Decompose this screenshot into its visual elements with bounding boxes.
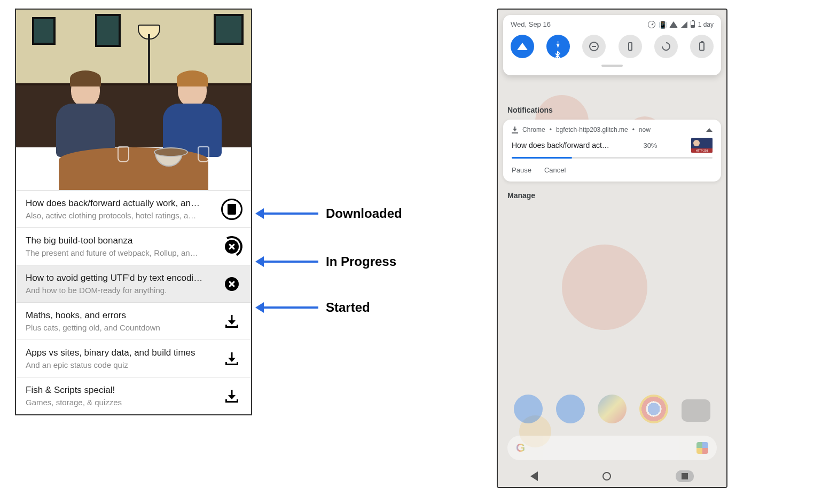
separator: • — [632, 126, 635, 133]
episode-list: How does back/forward actually work, an…… — [16, 190, 251, 414]
status-date: Wed, Sep 16 — [511, 20, 551, 28]
episode-subtitle: And an epic status code quiz — [26, 360, 215, 369]
dnd-icon — [589, 42, 599, 51]
google-search-bar[interactable]: G — [507, 436, 717, 460]
cancel-download-button[interactable] — [221, 273, 242, 295]
messages-app-icon[interactable] — [556, 395, 585, 423]
flashlight-tile[interactable] — [619, 35, 642, 58]
auto-rotate-tile[interactable] — [654, 35, 678, 58]
episode-subtitle: And how to be DOM-ready for anything. — [26, 286, 215, 295]
download-icon — [225, 352, 238, 365]
notification-title: How does back/forward act… — [512, 141, 609, 149]
episode-title: Fish & Scripts special! — [26, 385, 215, 396]
cell-signal-icon — [681, 21, 687, 28]
progress-fill — [512, 157, 572, 159]
nav-home-button[interactable] — [602, 472, 611, 481]
status-icons: 📳 1 day — [648, 21, 714, 28]
episode-subtitle: Games, storage, & quizzes — [26, 398, 215, 407]
play-store-icon[interactable] — [598, 395, 627, 423]
home-dock — [507, 390, 717, 428]
cancel-button[interactable]: Cancel — [544, 166, 566, 174]
android-phone-frame: G Wed, Sep 16 📳 1 day Notifications — [497, 9, 727, 488]
alarm-icon — [648, 21, 655, 28]
download-icon — [225, 390, 238, 403]
notification-source: bgfetch-http203.glitch.me — [556, 126, 628, 133]
notification-time: now — [639, 126, 651, 133]
cancel-download-button[interactable] — [221, 236, 242, 257]
quick-settings-row — [511, 35, 714, 58]
episode-subtitle: Plus cats, getting old, and Countdown — [26, 323, 215, 332]
notification-thumbnail — [691, 138, 713, 153]
assistant-icon[interactable] — [696, 442, 708, 454]
episode-item[interactable]: The big build-tool bonanzaThe present an… — [16, 227, 251, 265]
battery_saver-icon — [699, 42, 705, 51]
pause-button[interactable]: Pause — [512, 166, 531, 174]
episode-title: Maths, hooks, and errors — [26, 310, 215, 321]
annotation-label: In Progress — [326, 254, 396, 269]
annotation-label: Downloaded — [326, 206, 402, 221]
download-button[interactable] — [221, 311, 242, 332]
battery-text: 1 day — [698, 21, 714, 28]
episode-item[interactable]: Maths, hooks, and errorsPlus cats, getti… — [16, 302, 251, 340]
annotation-label: Started — [326, 300, 370, 315]
notification-percent: 30% — [643, 141, 657, 149]
download-button[interactable] — [221, 385, 242, 407]
vibrate-icon: 📳 — [659, 21, 666, 28]
arrow-icon — [263, 261, 318, 263]
battery-saver-tile[interactable] — [690, 35, 714, 58]
notification-app: Chrome — [522, 126, 545, 133]
cancel-icon — [225, 240, 239, 254]
notifications-header: Notifications — [507, 106, 717, 114]
episode-hero-image — [16, 10, 251, 190]
system-nav-bar — [498, 466, 726, 487]
google-logo-icon: G — [516, 441, 525, 455]
auto_rotate-icon — [660, 41, 672, 53]
episode-title: The big build-tool bonanza — [26, 235, 215, 246]
panel-drag-handle[interactable] — [601, 65, 623, 67]
do-not-disturb-tile[interactable] — [582, 35, 606, 58]
nav-recent-button[interactable] — [676, 470, 694, 482]
episode-subtitle: Also, active clothing protocols, hotel r… — [26, 211, 215, 220]
trash-icon — [221, 199, 242, 220]
arrow-icon — [263, 306, 318, 309]
battery-icon — [691, 21, 695, 28]
episode-item[interactable]: How does back/forward actually work, an…… — [16, 190, 251, 227]
download-notification[interactable]: Chrome • bgfetch-http203.glitch.me • now… — [503, 120, 721, 182]
episode-item[interactable]: Apps vs sites, binary data, and build ti… — [16, 340, 251, 377]
episode-list-panel: How does back/forward actually work, an…… — [15, 9, 252, 415]
download-button[interactable] — [221, 348, 242, 369]
bluetooth-icon — [553, 41, 563, 52]
collapse-icon[interactable] — [706, 128, 713, 132]
episode-item[interactable]: How to avoid getting UTF'd by text encod… — [16, 265, 251, 302]
camera-app-icon[interactable] — [682, 399, 710, 422]
episode-subtitle: The present and future of webpack, Rollu… — [26, 248, 215, 257]
quick-settings-panel: Wed, Sep 16 📳 1 day — [503, 15, 721, 75]
bluetooth-tile[interactable] — [546, 35, 570, 58]
download-icon — [225, 315, 238, 328]
delete-download-button[interactable] — [221, 199, 242, 220]
phone-app-icon[interactable] — [514, 395, 543, 423]
cancel-icon — [225, 277, 239, 291]
annotation-started: Started — [263, 300, 370, 315]
episode-title: How to avoid getting UTF'd by text encod… — [26, 273, 215, 284]
chrome-app-icon[interactable] — [639, 395, 668, 423]
manage-notifications-button[interactable]: Manage — [507, 191, 717, 200]
annotation-downloaded: Downloaded — [263, 206, 402, 221]
progress-spinner-icon — [221, 236, 242, 257]
episode-item[interactable]: Fish & Scripts special!Games, storage, &… — [16, 377, 251, 414]
download-progress-bar — [512, 157, 713, 159]
arrow-icon — [263, 212, 318, 215]
nav-back-button[interactable] — [530, 471, 538, 481]
flashlight-icon — [628, 42, 632, 51]
wifi-status-icon — [669, 21, 678, 28]
notifications-section: Notifications Chrome • bgfetch-http203.g… — [503, 106, 721, 200]
annotation-in-progress: In Progress — [263, 254, 396, 269]
episode-title: How does back/forward actually work, an… — [26, 198, 215, 209]
wifi-tile[interactable] — [511, 35, 534, 58]
wifi-icon — [517, 43, 528, 50]
separator: • — [550, 126, 552, 133]
download-icon — [512, 127, 518, 133]
episode-title: Apps vs sites, binary data, and build ti… — [26, 348, 215, 358]
